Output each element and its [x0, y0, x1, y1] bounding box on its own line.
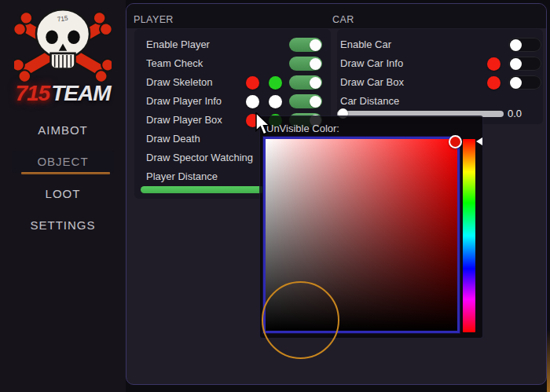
toggle-draw-car-info[interactable] [508, 57, 541, 71]
row-label: Draw Car Info [340, 54, 403, 73]
team-logo-text: 715TEAM [0, 81, 126, 106]
screen-edge-glow [547, 330, 550, 392]
sidebar-item-loot[interactable]: LOOT [12, 183, 114, 205]
sidebar-item-aimbot[interactable]: AIMBOT [12, 119, 114, 141]
color-picker-title: UnVisible Color: [266, 123, 339, 134]
color-swatch-white[interactable] [269, 95, 282, 108]
logo-team-text: TEAM [51, 81, 110, 105]
toggle-team-check[interactable] [289, 57, 322, 71]
color-swatch-red[interactable] [487, 57, 500, 71]
hue-slider-arrow-icon[interactable] [476, 137, 482, 145]
mouse-cursor-icon [255, 112, 272, 139]
row-label: Draw Skeleton [146, 73, 213, 92]
toggle-knob [510, 39, 522, 51]
row-label: Draw Car Box [340, 73, 404, 92]
toggle-knob [310, 58, 321, 70]
sidebar: 715 715TEAM AIMBOTOBJECTLOOTSETTINGS [0, 0, 126, 392]
row-enable-car: Enable Car [337, 35, 543, 54]
player-section-title: PLAYER [134, 14, 174, 25]
toggle-knob [310, 77, 321, 89]
color-swatch-red[interactable] [246, 76, 259, 90]
row-label: Enable Player [146, 35, 210, 54]
row-draw-player-info: Draw Player Info [134, 92, 331, 111]
row-team-check: Team Check [134, 54, 331, 73]
hue-slider[interactable] [463, 139, 475, 332]
row-label: Draw Player Info [146, 92, 222, 111]
sidebar-item-object[interactable]: OBJECT [12, 151, 114, 173]
logo-715-text: 715 [15, 81, 50, 105]
toggle-draw-skeleton[interactable] [289, 75, 322, 90]
color-swatch-red[interactable] [487, 76, 500, 90]
toggle-draw-player-info[interactable] [289, 94, 322, 108]
active-tab-underline [21, 172, 110, 174]
toggle-knob [310, 96, 321, 108]
row-label: Team Check [146, 54, 203, 73]
row-label: Player Distance [146, 167, 218, 186]
aim-fov-circle [262, 281, 339, 359]
team-logo: 715 715TEAM [0, 3, 126, 113]
row-label: Draw Spector Watching [146, 148, 253, 167]
row-draw-skeleton: Draw Skeleton [134, 73, 331, 92]
row-draw-car-box: Draw Car Box [337, 73, 543, 92]
cheat-menu-screen: { "sidebar": { "logo": { "part1": "715",… [0, 0, 550, 392]
toggle-knob [510, 77, 522, 89]
car-section-title: CAR [332, 14, 354, 25]
row-label: Draw Death [146, 130, 200, 148]
skull-and-crossbones-icon: 715 [14, 5, 112, 82]
toggle-knob [310, 39, 321, 51]
row-label: Draw Player Box [146, 111, 222, 130]
toggle-enable-player[interactable] [289, 38, 322, 52]
row-enable-player: Enable Player [134, 35, 331, 54]
row-draw-car-info: Draw Car Info [337, 54, 543, 73]
row-car-distance: Car Distance [337, 92, 543, 111]
toggle-enable-car[interactable] [508, 38, 541, 52]
sv-selector-circle[interactable] [449, 135, 462, 148]
color-swatch-white[interactable] [246, 95, 259, 108]
row-label: Car Distance [340, 92, 399, 111]
player-distance-slider[interactable] [141, 186, 264, 193]
toggle-knob [510, 58, 522, 70]
row-label: Enable Car [340, 35, 391, 54]
car-panel: 0.0 Enable CarDraw Car InfoDraw Car BoxC… [337, 29, 543, 124]
color-swatch-green[interactable] [269, 76, 282, 90]
sidebar-item-settings[interactable]: SETTINGS [12, 214, 114, 236]
toggle-draw-car-box[interactable] [508, 75, 541, 90]
